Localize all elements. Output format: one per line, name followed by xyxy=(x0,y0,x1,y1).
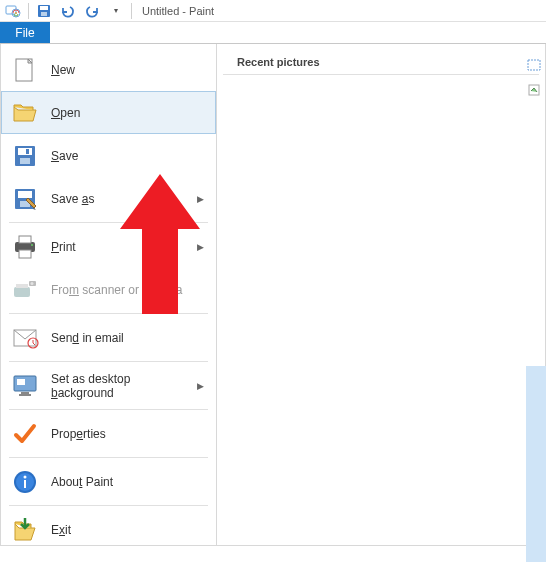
ribbon-icon xyxy=(526,82,544,100)
ribbon-sliver xyxy=(526,56,546,100)
svg-rect-19 xyxy=(16,284,28,288)
submenu-arrow-icon: ▶ xyxy=(194,381,206,391)
exit-icon xyxy=(11,516,39,544)
submenu-arrow-icon: ▶ xyxy=(194,194,206,204)
svg-rect-15 xyxy=(19,236,31,243)
svg-rect-25 xyxy=(17,379,25,385)
menu-item-print[interactable]: Print ▶ xyxy=(1,225,216,268)
svg-rect-5 xyxy=(41,12,47,16)
svg-rect-32 xyxy=(528,60,540,70)
svg-rect-10 xyxy=(26,149,29,154)
separator xyxy=(131,3,132,19)
menu-divider xyxy=(9,361,208,362)
save-icon xyxy=(11,142,39,170)
menu-item-save[interactable]: Save xyxy=(1,134,216,177)
menu-label: Open xyxy=(51,106,206,120)
customize-qat-button[interactable]: ▾ xyxy=(105,1,127,21)
app-icon xyxy=(2,1,24,21)
menu-divider xyxy=(9,409,208,410)
new-icon xyxy=(11,56,39,84)
menu-item-save-as[interactable]: Save as ▶ xyxy=(1,177,216,220)
svg-point-2 xyxy=(15,12,17,14)
menu-label: Exit xyxy=(51,523,206,537)
save-button[interactable] xyxy=(33,1,55,21)
menu-item-from-scanner: From scanner or camera xyxy=(1,268,216,311)
menu-label: Save xyxy=(51,149,206,163)
info-icon xyxy=(11,468,39,496)
menu-item-send-email[interactable]: Send in email xyxy=(1,316,216,359)
svg-point-21 xyxy=(31,282,34,285)
quick-access-toolbar: ▾ Untitled - Paint xyxy=(0,0,546,22)
svg-rect-18 xyxy=(14,287,30,297)
recent-pictures-heading: Recent pictures xyxy=(223,52,539,75)
email-icon xyxy=(11,324,39,352)
recent-pictures-panel: Recent pictures xyxy=(217,44,546,546)
svg-rect-16 xyxy=(19,250,31,258)
svg-rect-8 xyxy=(18,148,32,155)
svg-rect-9 xyxy=(20,158,30,164)
file-menu-items: New Open Save Save as ▶ Prin xyxy=(0,44,217,546)
menu-item-open[interactable]: Open xyxy=(1,91,216,134)
svg-rect-26 xyxy=(21,392,29,394)
menu-label: Set as desktop background xyxy=(51,372,182,400)
menu-divider xyxy=(9,505,208,506)
menu-item-about[interactable]: About Paint xyxy=(1,460,216,503)
svg-point-31 xyxy=(24,475,27,478)
submenu-arrow-icon: ▶ xyxy=(194,242,206,252)
svg-rect-27 xyxy=(19,394,31,396)
menu-label: About Paint xyxy=(51,475,206,489)
scanner-icon xyxy=(11,276,39,304)
chevron-down-icon: ▾ xyxy=(114,6,118,15)
desktop-background-sliver xyxy=(526,366,546,562)
file-menu: New Open Save Save as ▶ Prin xyxy=(0,44,546,546)
file-tab[interactable]: File xyxy=(0,22,50,43)
menu-label: Print xyxy=(51,240,182,254)
menu-divider xyxy=(9,313,208,314)
svg-rect-30 xyxy=(24,480,26,488)
menu-item-set-background[interactable]: Set as desktop background ▶ xyxy=(1,364,216,407)
menu-item-exit[interactable]: Exit xyxy=(1,508,216,551)
desktop-icon xyxy=(11,372,39,400)
menu-divider xyxy=(9,457,208,458)
save-as-icon xyxy=(11,185,39,213)
menu-label: Properties xyxy=(51,427,206,441)
ribbon-icon xyxy=(526,56,544,74)
window-title: Untitled - Paint xyxy=(142,5,214,17)
menu-label: From scanner or camera xyxy=(51,283,206,297)
svg-point-17 xyxy=(31,244,33,246)
print-icon xyxy=(11,233,39,261)
menu-item-new[interactable]: New xyxy=(1,48,216,91)
ribbon-tabs: File xyxy=(0,22,546,44)
menu-divider xyxy=(9,222,208,223)
undo-button[interactable] xyxy=(57,1,79,21)
svg-rect-4 xyxy=(40,6,48,10)
menu-label: Save as xyxy=(51,192,182,206)
menu-label: Send in email xyxy=(51,331,206,345)
svg-rect-12 xyxy=(18,191,32,198)
checkmark-icon xyxy=(11,420,39,448)
menu-item-properties[interactable]: Properties xyxy=(1,412,216,455)
open-icon xyxy=(11,99,39,127)
menu-label: New xyxy=(51,63,206,77)
redo-button[interactable] xyxy=(81,1,103,21)
separator xyxy=(28,3,29,19)
